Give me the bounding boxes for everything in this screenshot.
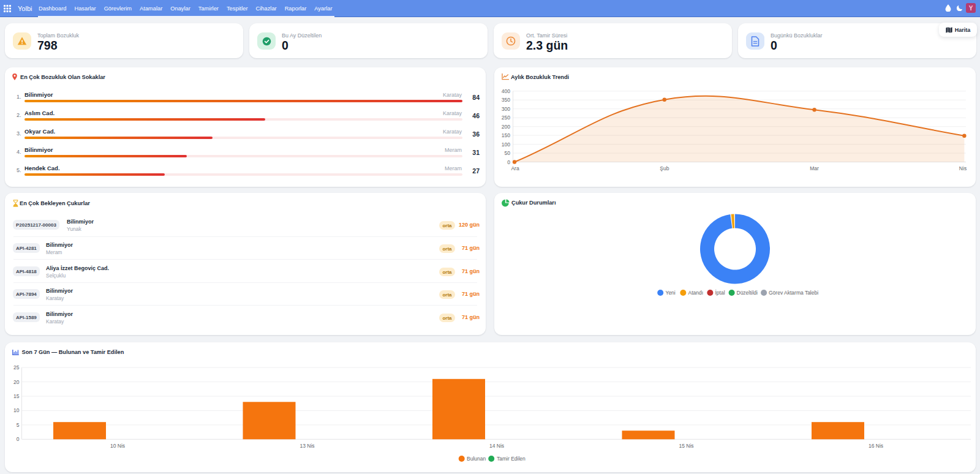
svg-text:400: 400 <box>502 88 510 94</box>
svg-text:Ara: Ara <box>511 165 519 171</box>
svg-text:250: 250 <box>502 115 510 121</box>
svg-text:10 Nis: 10 Nis <box>110 443 125 449</box>
svg-text:0: 0 <box>507 159 510 165</box>
svg-text:14 Nis: 14 Nis <box>489 443 504 449</box>
svg-text:Nis: Nis <box>959 165 967 171</box>
svg-text:Bulunan: Bulunan <box>467 456 486 462</box>
svg-text:Düzeltildi: Düzeltildi <box>737 290 758 296</box>
svg-text:15 Nis: 15 Nis <box>679 443 693 449</box>
svg-text:200: 200 <box>502 124 510 130</box>
svg-text:Atandı: Atandı <box>688 290 704 296</box>
svg-text:50: 50 <box>505 150 511 156</box>
svg-text:Mar: Mar <box>810 165 819 171</box>
svg-text:0: 0 <box>17 436 20 442</box>
svg-text:300: 300 <box>502 106 510 112</box>
svg-text:10: 10 <box>13 407 20 413</box>
svg-text:15: 15 <box>13 393 20 399</box>
svg-text:Tamir Edilen: Tamir Edilen <box>497 456 526 462</box>
svg-text:Yeni: Yeni <box>666 290 676 296</box>
svg-text:350: 350 <box>502 97 510 103</box>
svg-text:5: 5 <box>17 422 20 428</box>
svg-text:İptal: İptal <box>715 290 725 296</box>
svg-text:25: 25 <box>13 364 20 371</box>
svg-text:Görev Aktarma Talebi: Görev Aktarma Talebi <box>769 290 818 296</box>
svg-text:20: 20 <box>13 379 20 385</box>
svg-text:150: 150 <box>502 132 510 138</box>
svg-text:16 Nis: 16 Nis <box>869 443 883 449</box>
svg-text:100: 100 <box>502 141 510 148</box>
svg-text:13 Nis: 13 Nis <box>300 443 314 449</box>
svg-text:Şub: Şub <box>660 165 669 171</box>
